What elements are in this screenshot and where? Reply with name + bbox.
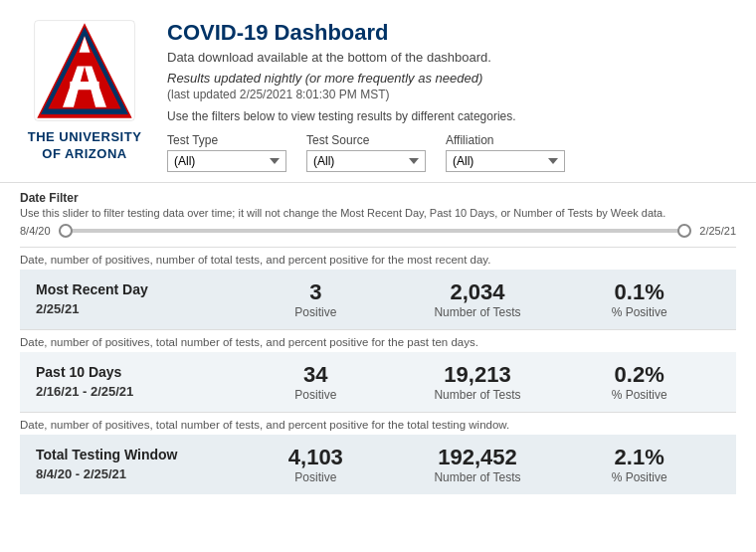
ua-logo [30, 16, 139, 125]
slider-fill [59, 229, 692, 233]
most-recent-desc: Date, number of positives, number of tot… [20, 247, 736, 270]
date-filter-label: Date Filter [20, 191, 736, 205]
total-label: Total Testing Window 8/4/20 - 2/25/21 [36, 446, 235, 483]
slider-thumb-right[interactable] [677, 224, 691, 238]
test-type-select[interactable]: (All) [167, 150, 286, 172]
slider-start-date: 8/4/20 [20, 225, 51, 237]
past-10-label: Past 10 Days 2/16/21 - 2/25/21 [36, 363, 235, 401]
university-name: THE UNIVERSITY OF ARIZONA [28, 129, 142, 163]
affiliation-select[interactable]: (All) [446, 150, 565, 172]
page-title: COVID-19 Dashboard [167, 20, 736, 46]
past-10-desc: Date, number of positives, total number … [20, 329, 736, 352]
date-filter-section: Date Filter Use this slider to filter te… [0, 182, 756, 247]
total-card: Total Testing Window 8/4/20 - 2/25/21 4,… [20, 435, 736, 494]
slider-track [59, 229, 692, 233]
test-type-label: Test Type [167, 133, 286, 147]
stats-section: Date, number of positives, number of tot… [0, 247, 756, 494]
updated-text: Results updated nightly (or more frequen… [167, 71, 736, 86]
past-10-card: Past 10 Days 2/16/21 - 2/25/21 34 Positi… [20, 352, 736, 412]
filters-row: Test Type (All) Test Source (All) Affili… [167, 133, 736, 172]
test-source-select[interactable]: (All) [306, 150, 426, 172]
updated-sub: (last updated 2/25/2021 8:01:30 PM MST) [167, 88, 736, 101]
filter-instruction: Use the filters below to view testing re… [167, 109, 736, 123]
test-source-label: Test Source [306, 133, 426, 147]
total-tests: 192,452 Number of Tests [397, 445, 559, 484]
total-percent: 2.1% % Positive [558, 445, 720, 484]
header-content: COVID-19 Dashboard Data download availab… [167, 16, 736, 172]
header: THE UNIVERSITY OF ARIZONA COVID-19 Dashb… [0, 0, 756, 182]
most-recent-positive: 3 Positive [235, 279, 397, 319]
test-type-filter: Test Type (All) [167, 133, 286, 172]
svg-rect-6 [70, 82, 98, 90]
slider-end-date: 2/25/21 [699, 225, 736, 237]
logo-container: THE UNIVERSITY OF ARIZONA [20, 16, 149, 163]
most-recent-percent: 0.1% % Positive [558, 279, 720, 319]
affiliation-label: Affiliation [446, 133, 565, 147]
past-10-percent: 0.2% % Positive [558, 362, 720, 402]
most-recent-card: Most Recent Day 2/25/21 3 Positive 2,034… [20, 270, 736, 329]
past-10-positive: 34 Positive [235, 362, 397, 402]
slider-row: 8/4/20 2/25/21 [20, 225, 736, 237]
test-source-filter: Test Source (All) [306, 133, 426, 172]
date-filter-desc: Use this slider to filter testing data o… [20, 207, 736, 219]
subtitle: Data download available at the bottom of… [167, 50, 736, 65]
most-recent-tests: 2,034 Number of Tests [397, 279, 559, 319]
total-positive: 4,103 Positive [235, 445, 397, 484]
past-10-tests: 19,213 Number of Tests [397, 362, 559, 402]
slider-thumb-left[interactable] [59, 224, 73, 238]
slider-container[interactable] [59, 229, 692, 233]
total-desc: Date, number of positives, total number … [20, 412, 736, 435]
most-recent-label: Most Recent Day 2/25/21 [36, 280, 235, 318]
affiliation-filter: Affiliation (All) [446, 133, 565, 172]
